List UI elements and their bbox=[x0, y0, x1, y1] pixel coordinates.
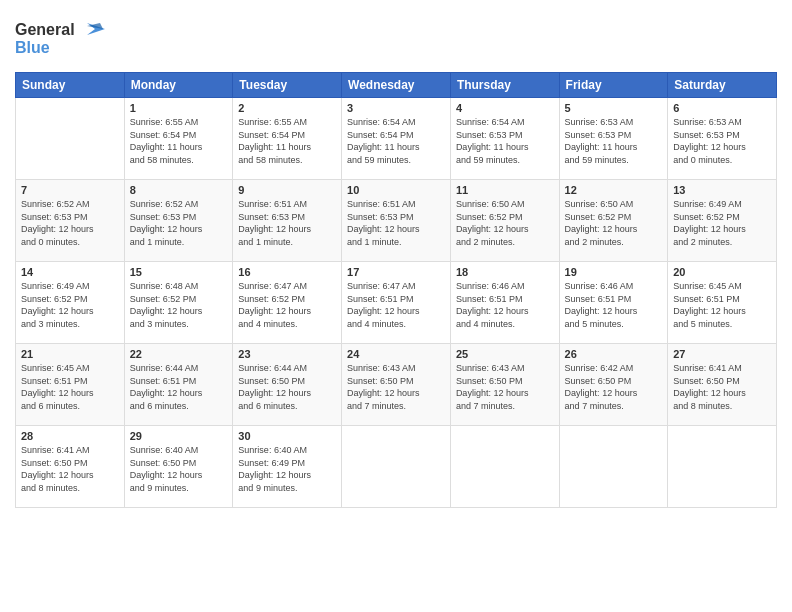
calendar-cell: 19Sunrise: 6:46 AM Sunset: 6:51 PM Dayli… bbox=[559, 262, 668, 344]
day-info: Sunrise: 6:54 AM Sunset: 6:54 PM Dayligh… bbox=[347, 116, 445, 166]
calendar-table: SundayMondayTuesdayWednesdayThursdayFrid… bbox=[15, 72, 777, 508]
day-number: 26 bbox=[565, 348, 663, 360]
day-number: 1 bbox=[130, 102, 228, 114]
calendar-page: General Blue SundayMondayTuesdayWednesda… bbox=[0, 0, 792, 612]
day-info: Sunrise: 6:53 AM Sunset: 6:53 PM Dayligh… bbox=[565, 116, 663, 166]
day-number: 14 bbox=[21, 266, 119, 278]
svg-text:General: General bbox=[15, 21, 75, 38]
calendar-cell bbox=[450, 426, 559, 508]
weekday-thursday: Thursday bbox=[450, 73, 559, 98]
calendar-week-2: 7Sunrise: 6:52 AM Sunset: 6:53 PM Daylig… bbox=[16, 180, 777, 262]
calendar-cell: 22Sunrise: 6:44 AM Sunset: 6:51 PM Dayli… bbox=[124, 344, 233, 426]
day-info: Sunrise: 6:49 AM Sunset: 6:52 PM Dayligh… bbox=[673, 198, 771, 248]
day-number: 7 bbox=[21, 184, 119, 196]
calendar-cell: 2Sunrise: 6:55 AM Sunset: 6:54 PM Daylig… bbox=[233, 98, 342, 180]
logo-block: General Blue bbox=[15, 15, 130, 64]
day-info: Sunrise: 6:48 AM Sunset: 6:52 PM Dayligh… bbox=[130, 280, 228, 330]
calendar-cell: 27Sunrise: 6:41 AM Sunset: 6:50 PM Dayli… bbox=[668, 344, 777, 426]
calendar-cell: 28Sunrise: 6:41 AM Sunset: 6:50 PM Dayli… bbox=[16, 426, 125, 508]
day-number: 20 bbox=[673, 266, 771, 278]
calendar-week-5: 28Sunrise: 6:41 AM Sunset: 6:50 PM Dayli… bbox=[16, 426, 777, 508]
day-number: 17 bbox=[347, 266, 445, 278]
day-number: 18 bbox=[456, 266, 554, 278]
day-number: 3 bbox=[347, 102, 445, 114]
day-number: 4 bbox=[456, 102, 554, 114]
calendar-cell bbox=[559, 426, 668, 508]
calendar-cell: 10Sunrise: 6:51 AM Sunset: 6:53 PM Dayli… bbox=[342, 180, 451, 262]
calendar-week-1: 1Sunrise: 6:55 AM Sunset: 6:54 PM Daylig… bbox=[16, 98, 777, 180]
day-info: Sunrise: 6:52 AM Sunset: 6:53 PM Dayligh… bbox=[21, 198, 119, 248]
calendar-cell: 30Sunrise: 6:40 AM Sunset: 6:49 PM Dayli… bbox=[233, 426, 342, 508]
calendar-week-4: 21Sunrise: 6:45 AM Sunset: 6:51 PM Dayli… bbox=[16, 344, 777, 426]
calendar-cell bbox=[342, 426, 451, 508]
day-info: Sunrise: 6:42 AM Sunset: 6:50 PM Dayligh… bbox=[565, 362, 663, 412]
logo-svg: General Blue bbox=[15, 15, 130, 60]
calendar-cell: 25Sunrise: 6:43 AM Sunset: 6:50 PM Dayli… bbox=[450, 344, 559, 426]
calendar-cell: 14Sunrise: 6:49 AM Sunset: 6:52 PM Dayli… bbox=[16, 262, 125, 344]
day-info: Sunrise: 6:47 AM Sunset: 6:51 PM Dayligh… bbox=[347, 280, 445, 330]
calendar-cell: 16Sunrise: 6:47 AM Sunset: 6:52 PM Dayli… bbox=[233, 262, 342, 344]
weekday-friday: Friday bbox=[559, 73, 668, 98]
day-info: Sunrise: 6:45 AM Sunset: 6:51 PM Dayligh… bbox=[673, 280, 771, 330]
calendar-cell: 9Sunrise: 6:51 AM Sunset: 6:53 PM Daylig… bbox=[233, 180, 342, 262]
calendar-cell: 6Sunrise: 6:53 AM Sunset: 6:53 PM Daylig… bbox=[668, 98, 777, 180]
day-number: 29 bbox=[130, 430, 228, 442]
calendar-cell: 24Sunrise: 6:43 AM Sunset: 6:50 PM Dayli… bbox=[342, 344, 451, 426]
calendar-cell: 3Sunrise: 6:54 AM Sunset: 6:54 PM Daylig… bbox=[342, 98, 451, 180]
calendar-cell: 5Sunrise: 6:53 AM Sunset: 6:53 PM Daylig… bbox=[559, 98, 668, 180]
day-info: Sunrise: 6:53 AM Sunset: 6:53 PM Dayligh… bbox=[673, 116, 771, 166]
day-number: 30 bbox=[238, 430, 336, 442]
day-info: Sunrise: 6:49 AM Sunset: 6:52 PM Dayligh… bbox=[21, 280, 119, 330]
day-number: 21 bbox=[21, 348, 119, 360]
day-info: Sunrise: 6:54 AM Sunset: 6:53 PM Dayligh… bbox=[456, 116, 554, 166]
calendar-cell: 8Sunrise: 6:52 AM Sunset: 6:53 PM Daylig… bbox=[124, 180, 233, 262]
calendar-cell: 15Sunrise: 6:48 AM Sunset: 6:52 PM Dayli… bbox=[124, 262, 233, 344]
day-info: Sunrise: 6:46 AM Sunset: 6:51 PM Dayligh… bbox=[456, 280, 554, 330]
day-info: Sunrise: 6:44 AM Sunset: 6:51 PM Dayligh… bbox=[130, 362, 228, 412]
weekday-tuesday: Tuesday bbox=[233, 73, 342, 98]
calendar-cell: 26Sunrise: 6:42 AM Sunset: 6:50 PM Dayli… bbox=[559, 344, 668, 426]
day-info: Sunrise: 6:50 AM Sunset: 6:52 PM Dayligh… bbox=[456, 198, 554, 248]
day-info: Sunrise: 6:47 AM Sunset: 6:52 PM Dayligh… bbox=[238, 280, 336, 330]
day-number: 16 bbox=[238, 266, 336, 278]
header: General Blue bbox=[15, 15, 777, 64]
weekday-monday: Monday bbox=[124, 73, 233, 98]
day-number: 5 bbox=[565, 102, 663, 114]
svg-text:Blue: Blue bbox=[15, 39, 50, 56]
calendar-cell: 29Sunrise: 6:40 AM Sunset: 6:50 PM Dayli… bbox=[124, 426, 233, 508]
day-number: 9 bbox=[238, 184, 336, 196]
calendar-cell: 13Sunrise: 6:49 AM Sunset: 6:52 PM Dayli… bbox=[668, 180, 777, 262]
day-info: Sunrise: 6:41 AM Sunset: 6:50 PM Dayligh… bbox=[673, 362, 771, 412]
weekday-saturday: Saturday bbox=[668, 73, 777, 98]
day-info: Sunrise: 6:51 AM Sunset: 6:53 PM Dayligh… bbox=[238, 198, 336, 248]
day-info: Sunrise: 6:46 AM Sunset: 6:51 PM Dayligh… bbox=[565, 280, 663, 330]
day-number: 24 bbox=[347, 348, 445, 360]
day-number: 23 bbox=[238, 348, 336, 360]
day-info: Sunrise: 6:55 AM Sunset: 6:54 PM Dayligh… bbox=[130, 116, 228, 166]
weekday-sunday: Sunday bbox=[16, 73, 125, 98]
calendar-cell: 11Sunrise: 6:50 AM Sunset: 6:52 PM Dayli… bbox=[450, 180, 559, 262]
day-number: 27 bbox=[673, 348, 771, 360]
day-info: Sunrise: 6:43 AM Sunset: 6:50 PM Dayligh… bbox=[456, 362, 554, 412]
day-number: 12 bbox=[565, 184, 663, 196]
calendar-cell: 7Sunrise: 6:52 AM Sunset: 6:53 PM Daylig… bbox=[16, 180, 125, 262]
day-number: 6 bbox=[673, 102, 771, 114]
day-info: Sunrise: 6:52 AM Sunset: 6:53 PM Dayligh… bbox=[130, 198, 228, 248]
calendar-cell: 1Sunrise: 6:55 AM Sunset: 6:54 PM Daylig… bbox=[124, 98, 233, 180]
calendar-week-3: 14Sunrise: 6:49 AM Sunset: 6:52 PM Dayli… bbox=[16, 262, 777, 344]
day-number: 15 bbox=[130, 266, 228, 278]
day-info: Sunrise: 6:50 AM Sunset: 6:52 PM Dayligh… bbox=[565, 198, 663, 248]
day-info: Sunrise: 6:44 AM Sunset: 6:50 PM Dayligh… bbox=[238, 362, 336, 412]
day-info: Sunrise: 6:43 AM Sunset: 6:50 PM Dayligh… bbox=[347, 362, 445, 412]
day-number: 22 bbox=[130, 348, 228, 360]
weekday-wednesday: Wednesday bbox=[342, 73, 451, 98]
weekday-header-row: SundayMondayTuesdayWednesdayThursdayFrid… bbox=[16, 73, 777, 98]
day-number: 8 bbox=[130, 184, 228, 196]
calendar-cell: 4Sunrise: 6:54 AM Sunset: 6:53 PM Daylig… bbox=[450, 98, 559, 180]
day-number: 2 bbox=[238, 102, 336, 114]
day-number: 11 bbox=[456, 184, 554, 196]
calendar-cell: 20Sunrise: 6:45 AM Sunset: 6:51 PM Dayli… bbox=[668, 262, 777, 344]
day-number: 10 bbox=[347, 184, 445, 196]
day-number: 25 bbox=[456, 348, 554, 360]
day-info: Sunrise: 6:51 AM Sunset: 6:53 PM Dayligh… bbox=[347, 198, 445, 248]
